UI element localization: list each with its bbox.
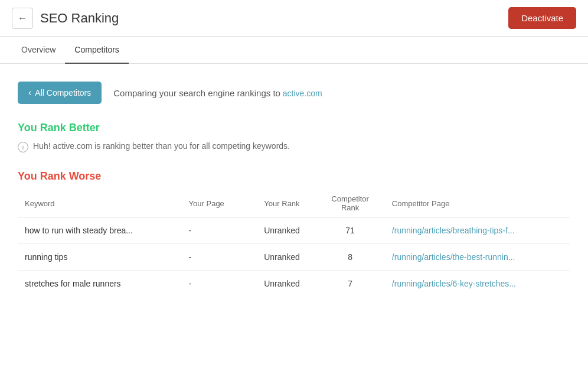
rank-worse-section: You Rank Worse Keyword Your Page Your Ra… [18, 170, 570, 297]
deactivate-button[interactable]: Deactivate [508, 7, 576, 29]
col-competitor-rank: Competitor Rank [315, 190, 385, 217]
comparing-text-block: Comparing your search engine rankings to… [113, 88, 322, 98]
main-content: ‹ All Competitors Comparing your search … [0, 64, 588, 314]
nav-tabs: Overview Competitors [0, 37, 588, 64]
all-competitors-button[interactable]: ‹ All Competitors [18, 82, 102, 104]
competitor-link[interactable]: active.com [283, 89, 322, 98]
cell-your-rank-1: Unranked [249, 244, 316, 271]
comparing-text: Comparing your search engine rankings to [113, 88, 280, 98]
col-keyword: Keyword [18, 190, 182, 217]
back-icon: ← [18, 13, 27, 24]
rank-better-title: You Rank Better [18, 122, 570, 134]
cell-competitor-page-1[interactable]: /running/articles/the-best-runnin... [385, 244, 570, 271]
cell-your-page-2: - [182, 271, 249, 297]
tab-overview[interactable]: Overview [12, 37, 65, 64]
cell-keyword-2: stretches for male runners [18, 271, 182, 297]
all-competitors-label: All Competitors [35, 88, 91, 97]
info-icon: i [18, 142, 28, 152]
cell-competitor-page-2[interactable]: /running/articles/6-key-stretches... [385, 271, 570, 297]
rank-better-info: i Huh! active.com is ranking better than… [18, 141, 570, 152]
cell-competitor-rank-0: 71 [315, 217, 385, 244]
rank-worse-table: Keyword Your Page Your Rank Competitor R… [18, 190, 570, 297]
comparing-bar: ‹ All Competitors Comparing your search … [18, 82, 570, 104]
col-your-page: Your Page [182, 190, 249, 217]
cell-your-page-1: - [182, 244, 249, 271]
back-button[interactable]: ← [12, 8, 33, 29]
page-title: SEO Ranking [40, 11, 119, 26]
cell-competitor-rank-1: 8 [315, 244, 385, 271]
tab-competitors[interactable]: Competitors [65, 37, 128, 64]
cell-keyword-0: how to run with steady brea... [18, 217, 182, 244]
header: ← SEO Ranking Deactivate [0, 0, 588, 37]
cell-competitor-page-0[interactable]: /running/articles/breathing-tips-f... [385, 217, 570, 244]
cell-your-page-0: - [182, 217, 249, 244]
rank-better-message: Huh! active.com is ranking better than y… [33, 141, 290, 151]
cell-competitor-rank-2: 7 [315, 271, 385, 297]
cell-your-rank-0: Unranked [249, 217, 316, 244]
col-your-rank: Your Rank [249, 190, 316, 217]
rank-better-section: You Rank Better i Huh! active.com is ran… [18, 122, 570, 152]
col-competitor-page: Competitor Page [385, 190, 570, 217]
table-row: running tips - Unranked 8 /running/artic… [18, 244, 570, 271]
chevron-left-icon: ‹ [28, 87, 31, 98]
cell-keyword-1: running tips [18, 244, 182, 271]
table-row: how to run with steady brea... - Unranke… [18, 217, 570, 244]
table-row: stretches for male runners - Unranked 7 … [18, 271, 570, 297]
table-header-row: Keyword Your Page Your Rank Competitor R… [18, 190, 570, 217]
header-left: ← SEO Ranking [12, 8, 119, 29]
cell-your-rank-2: Unranked [249, 271, 316, 297]
rank-worse-title: You Rank Worse [18, 170, 570, 183]
